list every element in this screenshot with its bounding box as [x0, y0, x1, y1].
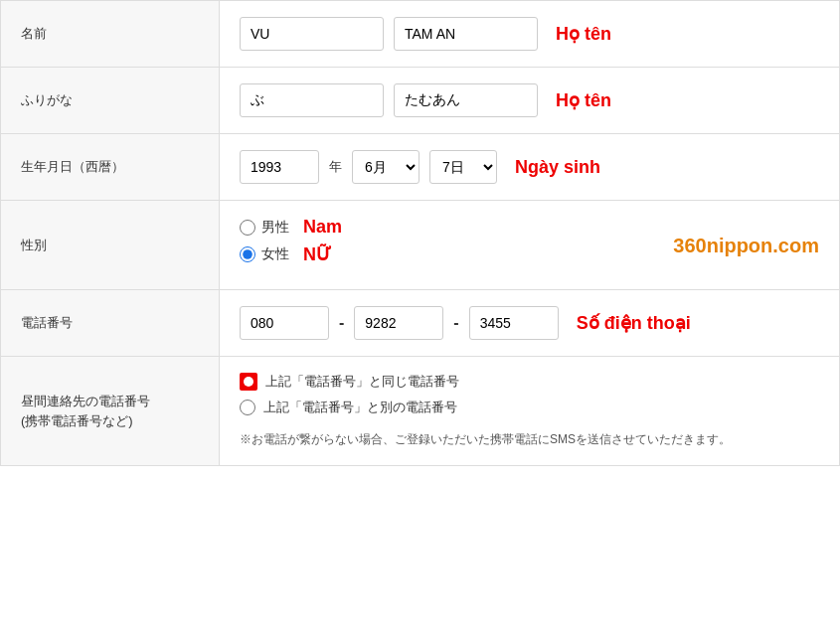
daytime-same-option[interactable]: 上記「電話番号」と同じ電話番号	[240, 373, 459, 391]
birth-year-input[interactable]	[240, 150, 319, 184]
gender-male-radio[interactable]	[240, 220, 255, 236]
gender-field: 男性 Nam 女性 NỮ 360nippon.com	[220, 201, 839, 289]
name-label: 名前	[1, 1, 220, 67]
name-last-input[interactable]	[394, 17, 538, 51]
daytime-phone-field: 上記「電話番号」と同じ電話番号 上記「電話番号」と別の電話番号 ※お電話が繋がら…	[220, 357, 839, 465]
birth-month-select[interactable]: 1月2月3月4月5月 6月7月8月9月 10月11月12月	[352, 150, 420, 184]
furigana-annotation: Họ tên	[556, 89, 611, 111]
phone-part3-input[interactable]	[469, 306, 559, 340]
form-container: 名前 Họ tên ふりがな Họ tên 生年月日（西暦） 年 1月2月3月4…	[0, 0, 840, 466]
daytime-same-checkbox[interactable]	[240, 373, 257, 391]
phone-separator-1: -	[339, 314, 344, 332]
daytime-note: ※お電話が繋がらない場合、ご登録いただいた携帯電話にSMSを送信させていただきま…	[240, 430, 731, 449]
phone-part2-input[interactable]	[354, 306, 443, 340]
watermark: 360nippon.com	[673, 234, 819, 256]
birthdate-field: 年 1月2月3月4月5月 6月7月8月9月 10月11月12月 1日2日3日4日…	[220, 134, 839, 200]
daytime-different-option[interactable]: 上記「電話番号」と別の電話番号	[240, 399, 459, 416]
phone-label: 電話番号	[1, 290, 220, 356]
birthdate-label: 生年月日（西暦）	[1, 134, 220, 200]
daytime-same-label: 上記「電話番号」と同じ電話番号	[265, 373, 459, 391]
gender-male-option[interactable]: 男性 Nam	[240, 217, 342, 238]
birth-day-select[interactable]: 1日2日3日4日5日 6日7日8日9日 10日11日12日13日14日 15日1…	[429, 150, 497, 184]
phone-field: - - Số điện thoại	[220, 290, 839, 356]
gender-female-radio[interactable]	[240, 246, 255, 262]
daytime-different-radio[interactable]	[240, 400, 255, 415]
phone-annotation: Số điện thoại	[577, 312, 691, 334]
birthdate-row: 生年月日（西暦） 年 1月2月3月4月5月 6月7月8月9月 10月11月12月…	[1, 134, 839, 201]
daytime-options: 上記「電話番号」と同じ電話番号 上記「電話番号」と別の電話番号	[240, 373, 459, 416]
gender-female-annotation-vn: NỮ	[303, 243, 331, 265]
daytime-different-label: 上記「電話番号」と別の電話番号	[263, 399, 457, 416]
gender-male-label: 男性	[261, 219, 289, 237]
gender-female-option[interactable]: 女性 NỮ	[240, 243, 331, 265]
furigana-last-input[interactable]	[394, 83, 538, 117]
name-first-input[interactable]	[240, 17, 384, 51]
name-field: Họ tên	[220, 1, 839, 67]
furigana-label: ふりがな	[1, 68, 220, 133]
daytime-phone-row: 昼間連絡先の電話番号(携帯電話番号など) 上記「電話番号」と同じ電話番号 上記「…	[1, 357, 839, 465]
furigana-row: ふりがな Họ tên	[1, 68, 839, 134]
phone-part1-input[interactable]	[240, 306, 329, 340]
name-annotation: Họ tên	[556, 23, 611, 45]
gender-label: 性別	[1, 201, 220, 289]
furigana-field: Họ tên	[220, 68, 839, 133]
furigana-first-input[interactable]	[240, 83, 384, 117]
birthdate-annotation: Ngày sinh	[515, 157, 600, 178]
year-suffix: 年	[329, 158, 342, 176]
phone-separator-2: -	[453, 314, 458, 332]
gender-row: 性別 男性 Nam 女性 NỮ 360nippon.com	[1, 201, 839, 290]
gender-male-annotation-vn: Nam	[303, 217, 342, 238]
phone-row: 電話番号 - - Số điện thoại	[1, 290, 839, 357]
name-row: 名前 Họ tên	[1, 1, 839, 68]
daytime-phone-label: 昼間連絡先の電話番号(携帯電話番号など)	[1, 357, 220, 465]
gender-female-label: 女性	[261, 245, 289, 263]
